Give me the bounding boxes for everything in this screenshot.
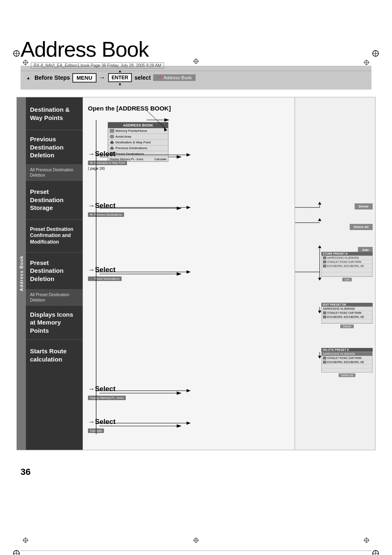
- delete-all-button[interactable]: Delete All: [350, 224, 373, 230]
- delete-preset-box: DELETE PRESET D AARRSSSHD HLJB9H638 STAN…: [321, 348, 373, 378]
- select-1-btn-text: Destination & Way Point: [94, 161, 125, 164]
- arrow-icon: →: [99, 74, 106, 81]
- open-address-book-text: Open the [ADDRESS BOOK]: [88, 104, 171, 113]
- select-label: select: [134, 74, 151, 81]
- menu-button[interactable]: MENU: [72, 73, 96, 83]
- delete-icon-2: [323, 361, 326, 364]
- edit-preset-box: EDIT PRESET DE AARRSSSHD HLJB9H638 STANL…: [321, 303, 373, 329]
- crosshair-inner-tl: [23, 60, 28, 67]
- popup-title: ADDRESS BOOK: [108, 122, 168, 128]
- select-1-btn: 🗺 Destination & Way Point: [88, 161, 127, 165]
- select-3-group: →Select 📍 Preset Destinations: [88, 266, 122, 281]
- store-preset-title: STORE PRESET D: [321, 252, 373, 256]
- svg-marker-28: [177, 391, 182, 395]
- popup-item-1-text: Memory Points/Home: [115, 129, 147, 133]
- delete-all-btn-container: Delete All: [350, 222, 373, 230]
- final-delete-all-container: Delete All: [322, 373, 372, 377]
- right-actions: Delete Delete All Add STORE PRESET D AAR…: [295, 97, 375, 450]
- crosshair-inner-br2: [364, 537, 369, 545]
- store-icon-3: [323, 265, 326, 267]
- menu-starts-route-label: Starts Route calculation: [30, 347, 78, 363]
- page-number-area: 36: [0, 463, 392, 486]
- store-item-4: [322, 268, 372, 272]
- nav-arrows: ▲: [26, 76, 30, 80]
- svg-marker-57: [318, 356, 321, 359]
- menu-all-prev-deletion-label: All Previous Destination Deletion: [30, 167, 78, 178]
- delete-item-1: STANLEY ROAD CAR PARK: [322, 356, 372, 360]
- select-1-page-ref: ( page 28): [88, 166, 127, 170]
- delete-item-3: [322, 364, 372, 368]
- edit-icon-1: [323, 311, 326, 314]
- svg-marker-39: [187, 389, 191, 392]
- svg-marker-24: [177, 207, 182, 210]
- menu-item-preset-deletion[interactable]: Preset Destination Deletion: [26, 253, 83, 290]
- menu-item-starts-route[interactable]: Starts Route calculation: [26, 340, 83, 371]
- popup-item-1: Memory Points/Home: [108, 128, 168, 134]
- select-2-btn: 🗺 Previous Destinations: [88, 212, 124, 217]
- popup-item-3: Destination & Way Point: [108, 140, 168, 145]
- delete-preset-list: AARRSSSHD HLJB9H638 STANLEY ROAD CAR PAR…: [321, 352, 373, 373]
- select-4-label: →Select: [88, 385, 126, 393]
- svg-marker-35: [187, 206, 191, 209]
- edit-item-2: ESCHBORN, ESCHBORN, HE: [322, 315, 372, 319]
- menu-item-displays-icons[interactable]: Displays Icons at Memory Points: [26, 306, 83, 340]
- menu-destination-label: Destination & Way Points: [30, 106, 78, 122]
- edit-preset-title: EDIT PRESET DE: [321, 303, 373, 306]
- header-rule: [21, 71, 371, 71]
- popup-item-3-text: Destination & Way Point: [115, 140, 151, 144]
- crosshair-inner-bc: [193, 537, 199, 545]
- select-2-group: →Select 🗺 Previous Destinations: [88, 202, 124, 217]
- popup-item-4-text: Previous Destinations: [115, 146, 147, 150]
- menu-item-prev-deletion[interactable]: Previous Destination Deletion: [26, 130, 83, 165]
- menu-item-all-prev-deletion[interactable]: All Previous Destination Deletion: [26, 165, 83, 181]
- final-delete-all-button[interactable]: Delete All: [339, 373, 356, 377]
- select-1-label: →Select: [88, 150, 127, 158]
- select-2-label: →Select: [88, 202, 124, 210]
- popup-icon-3: [110, 140, 114, 144]
- menu-preset-storage-label: Preset Destination Storage: [30, 188, 78, 212]
- svg-marker-46: [318, 202, 321, 205]
- store-icon-1: [323, 256, 326, 259]
- select-1-group: →Select 🗺 Destination & Way Point ( page…: [88, 150, 127, 170]
- svg-marker-22: [177, 155, 182, 159]
- crosshair-inner-bl: [23, 537, 28, 545]
- list-button[interactable]: List: [342, 278, 352, 281]
- popup-item-2: Avoid Area: [108, 134, 168, 140]
- store-preset-list: AARRSSSHD HLJB9H638 STANLEY ROAD CAR PAR…: [321, 256, 373, 277]
- full-page: RX-8_NAVI_EA_Edition1.book Page 36 Frida…: [0, 37, 392, 555]
- store-icon-2: [323, 260, 326, 263]
- delete-button[interactable]: Delete: [355, 203, 373, 210]
- menu-item-preset-confirm[interactable]: Preset Destination Confirmation and Modi…: [26, 220, 83, 253]
- flow-center: Open the [ADDRESS BOOK] ADDRESS BOOK Mem…: [83, 97, 295, 450]
- store-item-5: [322, 272, 372, 276]
- edit-preset-list: AARRSSSHD HLJB9H638 STANLEY ROAD CAR PAR…: [321, 306, 373, 324]
- edit-item-1: STANLEY ROAD CAR PARK: [322, 311, 372, 315]
- before-steps-label: Before Steps: [35, 74, 70, 81]
- select-5-group: →Select Calculate: [88, 418, 115, 433]
- enter-button[interactable]: ENTER: [108, 73, 132, 82]
- address-book-button[interactable]: 📍 Address Book: [153, 74, 196, 81]
- svg-marker-37: [187, 270, 191, 274]
- svg-marker-26: [177, 272, 182, 276]
- store-item-2: STANLEY ROAD CAR PARK: [322, 260, 372, 264]
- list-btn-container: List: [322, 278, 372, 281]
- svg-marker-55: [318, 311, 321, 313]
- select-2-btn-text: Previous Destinations: [94, 213, 122, 216]
- store-item-3: ESCHBORN, ESCHBORN, HE: [322, 264, 372, 268]
- select-4-btn: Display Memory Pt.- Icons: [88, 396, 126, 400]
- crosshair-top-center: [193, 58, 199, 66]
- address-book-icon: 📍: [157, 76, 162, 80]
- before-steps-bar: ▲ Before Steps MENU → ▲ ENTER ▼ select 📍…: [21, 66, 371, 90]
- footer-rule: [21, 550, 371, 551]
- select-3-btn: 📍 Preset Destinations: [88, 276, 122, 281]
- sidebar-label: Address Book: [17, 97, 26, 450]
- menu-item-all-preset-deletion[interactable]: All Preset Destination Deletion: [26, 290, 83, 306]
- edit-delete-btn-container: Delete: [322, 325, 372, 328]
- popup-icon-1: [110, 129, 114, 133]
- svg-marker-53: [318, 278, 321, 281]
- delete-preset-title: DELETE PRESET D: [321, 348, 373, 352]
- menu-item-preset-storage[interactable]: Preset Destination Storage: [26, 181, 83, 220]
- menu-item-destination[interactable]: Destination & Way Points: [26, 97, 83, 130]
- edit-delete-button[interactable]: Delete: [340, 325, 353, 328]
- crosshair-bl: [12, 549, 21, 555]
